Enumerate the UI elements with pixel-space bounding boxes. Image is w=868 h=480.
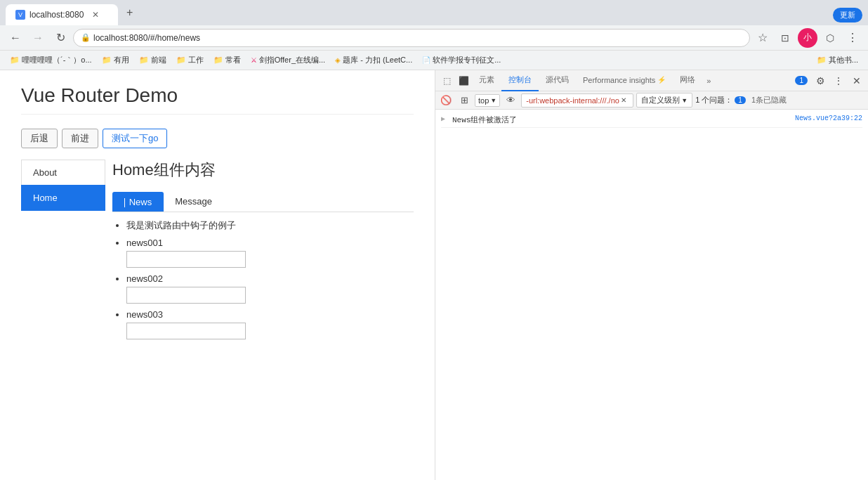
lock-icon: 🔒 (81, 33, 91, 42)
performance-icon: ⚡ (657, 76, 666, 84)
folder-icon-4: 📁 (213, 56, 223, 65)
browser-tab-bar: V localhost:8080 ✕ + 更新 (0, 0, 868, 25)
bookmark-label-4: 常看 (225, 55, 241, 65)
bookmark-label-0: 哩哩哩哩（´-｀）o... (22, 55, 92, 65)
news-list: 我是测试路由中钩子的例子 news001 news002 (112, 219, 414, 339)
tab-network[interactable]: 网络 (673, 70, 702, 91)
devtools-dock-icon[interactable]: ⬚ (438, 72, 455, 89)
about-link[interactable]: About (21, 160, 105, 185)
address-bar[interactable]: 🔒 localhost:8080/#/home/news (73, 29, 750, 47)
bookmark-item-4[interactable]: 📁 常看 (209, 53, 245, 67)
cursor-icon (124, 198, 125, 207)
list-item-2: news002 (126, 273, 414, 304)
bookmark-label-2: 前端 (151, 55, 166, 65)
bookmark-label-1: 有用 (114, 55, 129, 65)
bookmark-label-5: 剑指Offer_在线编... (259, 55, 326, 65)
extensions-icon[interactable]: ⬡ (820, 28, 840, 48)
console-toggle-icon[interactable]: ⊞ (456, 93, 472, 108)
bookmark-item-5[interactable]: ⚔ 剑指Offer_在线编... (246, 53, 330, 67)
router-layout: About Home Home组件内容 News (21, 160, 414, 345)
new-tab-btn[interactable]: + (121, 4, 138, 22)
tab-more[interactable]: » (702, 70, 715, 91)
filter-input-wrapper[interactable]: -url:webpack-internal:///./no ✕ (521, 93, 633, 108)
devtools-settings-icon[interactable]: ⚙ (812, 72, 829, 89)
console-source-link-0[interactable]: News.vue?2a39:22 (795, 115, 862, 122)
bookmark-favicon-6: ◈ (335, 56, 341, 64)
filter-clear-icon[interactable]: ✕ (621, 96, 626, 104)
console-log-text-0: News组件被激活了 (452, 115, 791, 125)
bookmark-item-0[interactable]: 📁 哩哩哩哩（´-｀）o... (6, 53, 96, 67)
bookmark-label-3: 工作 (188, 55, 204, 65)
bookmark-more[interactable]: 📁 其他书... (813, 53, 862, 67)
folder-icon-8: 📁 (817, 56, 827, 65)
hidden-count: 1条已隐藏 (751, 95, 787, 105)
home-component-content: Home组件内容 News Message (112, 160, 414, 345)
top-context-selector[interactable]: top ▼ (475, 94, 500, 107)
list-item-3: news003 (126, 309, 414, 339)
devtools-undock-icon[interactable]: ⬛ (455, 72, 472, 89)
main-area: Vue Router Demo 后退 前进 测试一下go About Home (0, 70, 868, 480)
bookmark-icon[interactable]: ☆ (753, 28, 772, 48)
refresh-nav-button[interactable]: ↻ (51, 28, 70, 48)
tab-elements[interactable]: 元素 (472, 70, 501, 91)
list-item-1: news001 (126, 238, 414, 268)
profile-icon[interactable]: 小 (798, 28, 817, 48)
chevron-right-icon: » (706, 77, 711, 85)
router-nav: About Home (21, 160, 105, 345)
tab-sources[interactable]: 源代码 (539, 70, 576, 91)
page-title: Vue Router Demo (21, 84, 414, 115)
issues-count-badge: 1 (735, 96, 746, 104)
console-expand-arrow[interactable]: ▶ (441, 115, 448, 123)
page-content-area: Vue Router Demo 后退 前进 测试一下go About Home (0, 70, 435, 480)
bookmark-item-1[interactable]: 📁 有用 (98, 53, 133, 67)
folder-icon-1: 📁 (102, 56, 112, 65)
message-count-badge: 1 (795, 76, 808, 85)
update-button[interactable]: 更新 (833, 8, 862, 22)
devtools-close-icon[interactable]: ✕ (848, 72, 865, 89)
sub-tabs-row: News Message (112, 192, 414, 212)
bookmarks-bar: 📁 哩哩哩哩（´-｀）o... 📁 有用 📁 前端 📁 工作 📁 常看 ⚔ 剑指… (0, 51, 868, 70)
back-nav-button[interactable]: ← (6, 28, 25, 48)
folder-icon-3: 📁 (176, 56, 186, 65)
eye-icon[interactable]: 👁 (503, 93, 518, 108)
cast-icon[interactable]: ⊡ (775, 28, 795, 48)
devtools-more-icon[interactable]: ⋮ (830, 72, 847, 89)
news-input-1[interactable] (126, 251, 246, 268)
tab-performance-insights[interactable]: Performance insights ⚡ (576, 70, 673, 91)
menu-icon[interactable]: ⋮ (843, 28, 862, 48)
console-output-area: ▶ News组件被激活了 News.vue?2a39:22 (435, 110, 868, 480)
tab-message[interactable]: Message (164, 192, 223, 212)
tab-console[interactable]: 控制台 (501, 70, 539, 91)
filter-value: -url:webpack-internal:///./no (526, 96, 619, 105)
forward-nav-button[interactable]: → (28, 28, 48, 48)
devtools-panel: ⬚ ⬛ 元素 控制台 源代码 Performance insights ⚡ 网络 (435, 70, 868, 480)
bookmark-item-6[interactable]: ◈ 题库 - 力扣 (LeetC... (331, 53, 416, 67)
news-input-3[interactable] (126, 323, 246, 339)
bookmark-label-8: 其他书... (829, 55, 858, 65)
tab-title: localhost:8080 (29, 10, 84, 20)
bookmark-label-6: 题库 - 力扣 (LeetC... (343, 55, 412, 65)
back-button[interactable]: 后退 (21, 129, 58, 148)
tab-news[interactable]: News (112, 192, 164, 212)
tab-favicon: V (15, 10, 25, 20)
news-input-2[interactable] (126, 287, 246, 304)
active-tab[interactable]: V localhost:8080 ✕ (6, 4, 118, 25)
issues-label: 1 个问题： 1 (695, 95, 746, 105)
dropdown-arrow-icon-2: ▼ (681, 97, 688, 104)
url-display: localhost:8080/#/home/news (93, 33, 200, 43)
console-clear-icon[interactable]: 🚫 (438, 93, 454, 108)
nav-buttons-row: 后退 前进 测试一下go (21, 129, 414, 148)
test-button[interactable]: 测试一下go (103, 129, 167, 148)
tab-close-icon[interactable]: ✕ (92, 10, 99, 20)
bookmark-favicon-5: ⚔ (251, 56, 257, 64)
forward-button[interactable]: 前进 (62, 129, 98, 148)
bookmark-item-3[interactable]: 📁 工作 (172, 53, 208, 67)
home-link[interactable]: Home (21, 185, 105, 211)
custom-level-button[interactable]: 自定义级别 ▼ (636, 93, 692, 108)
bookmark-item-2[interactable]: 📁 前端 (135, 53, 171, 67)
folder-icon-0: 📁 (10, 56, 20, 65)
folder-icon-2: 📁 (139, 56, 149, 65)
bookmark-item-7[interactable]: 📄 软件学报专刊征文... (418, 53, 505, 67)
browser-window: V localhost:8080 ✕ + 更新 ← → ↻ 🔒 localhos… (0, 0, 868, 480)
home-component-title: Home组件内容 (112, 160, 414, 181)
